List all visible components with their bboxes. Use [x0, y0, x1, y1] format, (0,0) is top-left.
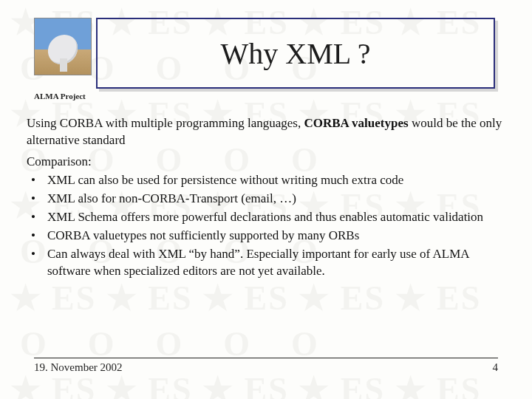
project-label: ALMA Project: [34, 92, 86, 100]
alma-telescope-logo: [34, 18, 92, 75]
intro-bold: CORBA valuetypes: [304, 116, 408, 130]
slide-body: Using CORBA with multiple programming la…: [27, 115, 505, 281]
slide-header: Why XML ?: [34, 18, 495, 89]
slide: Why XML ? ALMA Project Using CORBA with …: [0, 0, 532, 399]
list-item: XML also for non-CORBA-Transport (email,…: [27, 191, 505, 208]
list-item: Can always deal with XML “by hand”. Espe…: [27, 246, 505, 280]
comparison-label: Comparison:: [27, 154, 505, 171]
list-item: CORBA valuetypes not sufficiently suppor…: [27, 228, 505, 245]
title-box: Why XML ?: [96, 18, 495, 89]
footer-page-number: 4: [493, 361, 499, 374]
bullet-list: XML can also be used for persistence wit…: [27, 172, 505, 280]
intro-paragraph: Using CORBA with multiple programming la…: [27, 115, 505, 149]
slide-footer: 19. November 2002 4: [34, 358, 498, 374]
list-item: XML Schema offers more powerful declarat…: [27, 209, 505, 226]
footer-date: 19. November 2002: [34, 361, 123, 374]
list-item: XML can also be used for persistence wit…: [27, 172, 505, 189]
footer-rule: [34, 358, 498, 358]
intro-pre: Using CORBA with multiple programming la…: [27, 116, 304, 130]
slide-title: Why XML ?: [221, 36, 371, 71]
